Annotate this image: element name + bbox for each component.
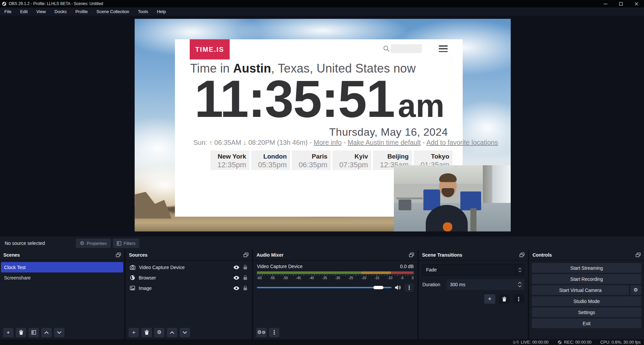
lock-icon[interactable] [243, 286, 247, 291]
duration-label: Duration [422, 282, 443, 287]
spin-up-icon[interactable] [518, 282, 521, 284]
menu-docks[interactable]: Docks [50, 7, 71, 16]
menu-scene-collection[interactable]: Scene Collection [92, 7, 134, 16]
city-box-london: London05:35pm [251, 150, 290, 170]
record-off-icon [557, 340, 562, 345]
minimize-button[interactable] [598, 0, 613, 7]
channel-options-button[interactable]: ⋮ [405, 283, 414, 292]
program-preview[interactable]: TIME.IS Time in Austin, Texas, United St… [135, 19, 511, 231]
add-source-button[interactable]: + [129, 328, 139, 337]
mixer-toolbar: ⚙⚙ ⋮ [253, 326, 417, 339]
trash-icon [144, 330, 149, 335]
transitions-body: Fade Duration 300 ms [419, 261, 528, 304]
exit-button[interactable]: Exit [532, 318, 641, 328]
trash-icon [19, 330, 24, 335]
menu-profile[interactable]: Profile [71, 7, 92, 16]
scenes-header: Scenes [0, 250, 124, 261]
spin-down-icon[interactable] [518, 285, 521, 287]
scenes-toolbar: + [0, 326, 124, 339]
scene-filters-button[interactable] [29, 328, 39, 337]
controls-dock: Controls Start Streaming Start Recording… [529, 250, 644, 339]
maximize-button[interactable] [613, 0, 629, 7]
start-streaming-button[interactable]: Start Streaming [532, 263, 641, 273]
visibility-eye-icon[interactable] [233, 286, 239, 290]
add-transition-button[interactable]: + [484, 294, 495, 304]
mixer-menu-button[interactable]: ⋮ [269, 328, 279, 337]
move-source-down-button[interactable] [180, 328, 190, 337]
remove-transition-button[interactable] [499, 294, 510, 304]
maximize-icon [619, 2, 623, 6]
status-bar: LIVE: 00:00:00 REC: 00:00:00 CPU: 0.6%, … [0, 339, 644, 345]
menu-tools[interactable]: Tools [134, 7, 152, 16]
sources-list: Video Capture Device Browser Image [126, 261, 252, 295]
live-status: LIVE: 00:00:00 [513, 340, 549, 345]
webcam-video-source [394, 165, 511, 231]
popout-icon[interactable] [519, 253, 524, 257]
scene-item-clock-test[interactable]: Clock Test [1, 262, 123, 272]
move-scene-down-button[interactable] [54, 328, 64, 337]
sun-times: Sun: ↑ 06:35AM ↓ 08:20PM (13h 46m) [193, 139, 308, 146]
volume-slider[interactable] [257, 287, 392, 288]
meter-scale: -60-55-50-45-40-35-30-25-20-15-10-50 [257, 276, 414, 280]
shirt-graphic [443, 222, 452, 231]
speaker-icon[interactable] [395, 285, 401, 290]
hamburger-menu-icon[interactable] [439, 45, 448, 52]
popout-icon[interactable] [243, 253, 248, 257]
lock-icon[interactable] [243, 265, 247, 270]
studio-mode-button[interactable]: Studio Mode [532, 296, 641, 306]
start-recording-button[interactable]: Start Recording [532, 274, 641, 284]
visibility-eye-icon[interactable] [233, 265, 239, 269]
visibility-eye-icon[interactable] [233, 276, 239, 280]
transition-options-button[interactable]: ⋮ [513, 294, 524, 304]
menu-edit[interactable]: Edit [16, 7, 32, 16]
controls-header: Controls [529, 250, 644, 261]
channel-level-db: 0.0 dB [400, 264, 414, 269]
clock-digits: 11:35:51 [194, 73, 395, 125]
source-item-video-capture[interactable]: Video Capture Device [127, 262, 251, 272]
source-item-browser[interactable]: Browser [127, 272, 251, 283]
move-source-up-button[interactable] [167, 328, 177, 337]
timeis-search-input[interactable] [391, 44, 422, 53]
chevron-down-icon [518, 270, 521, 272]
menu-view[interactable]: View [32, 7, 50, 16]
add-scene-button[interactable]: + [3, 328, 13, 337]
kebab-menu-icon: ⋮ [407, 285, 412, 291]
popout-icon[interactable] [409, 253, 414, 257]
select-spinner[interactable] [515, 264, 524, 275]
advanced-audio-button[interactable]: ⚙⚙ [256, 328, 267, 337]
broadcast-off-icon [513, 340, 519, 344]
transitions-dock: Scene Transitions Fade Duration 300 ms [419, 250, 528, 339]
source-item-image[interactable]: Image [127, 283, 251, 293]
menu-file[interactable]: File [0, 7, 16, 16]
city-box-new-york: New York12:35pm [211, 150, 249, 170]
menu-help[interactable]: Help [152, 7, 170, 16]
title-bar: OBS 29.1.2 - Profile: LLHLS BETA - Scene… [0, 0, 644, 7]
settings-button[interactable]: Settings [532, 307, 641, 317]
sources-dock: Sources Video Capture Device Browser [126, 250, 252, 339]
remove-source-button[interactable] [141, 328, 152, 337]
duration-spinbox[interactable]: 300 ms [447, 279, 524, 290]
virtual-camera-config-button[interactable]: ⚙ [630, 285, 641, 295]
properties-button[interactable]: ⚙ Properties [76, 239, 111, 248]
remove-scene-button[interactable] [16, 328, 26, 337]
filters-button[interactable]: Filters [113, 239, 139, 248]
obs-logo-icon [2, 2, 6, 6]
chevron-down-icon [183, 331, 187, 334]
popout-icon[interactable] [116, 253, 121, 257]
blue-booth [460, 191, 481, 210]
lock-icon[interactable] [243, 275, 247, 280]
rec-status: REC: 00:00:00 [557, 340, 592, 345]
popout-icon[interactable] [636, 253, 641, 257]
transition-select[interactable]: Fade [422, 264, 524, 275]
controls-body: Start Streaming Start Recording Start Vi… [529, 261, 644, 331]
start-virtual-camera-button[interactable]: Start Virtual Camera [532, 285, 629, 295]
source-status-text: No source selected [5, 241, 45, 246]
plus-icon: + [132, 329, 136, 336]
source-properties-button[interactable]: ⚙ [154, 328, 165, 337]
kebab-menu-icon: ⋮ [272, 329, 277, 336]
close-icon [635, 2, 638, 6]
move-scene-up-button[interactable] [41, 328, 52, 337]
scene-item-screenshare[interactable]: Screenshare [1, 272, 123, 283]
close-button[interactable] [629, 0, 644, 7]
volume-slider-handle[interactable] [373, 286, 383, 289]
